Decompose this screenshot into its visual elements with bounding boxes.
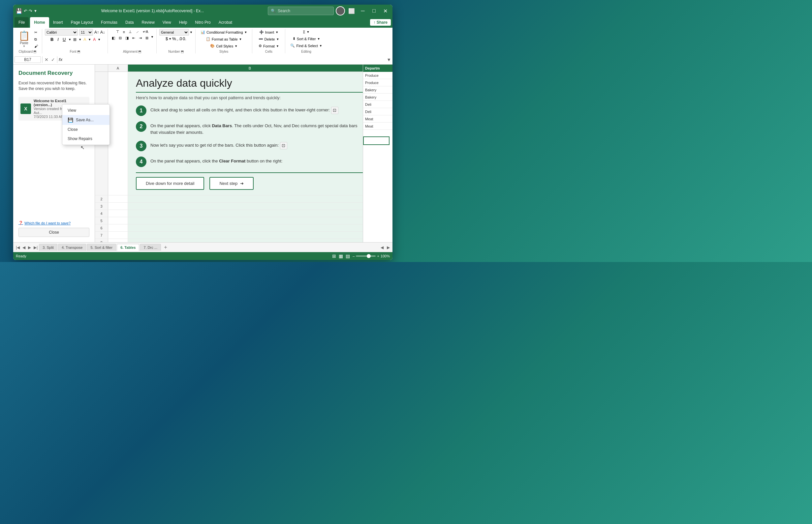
currency-btn[interactable]: $ [165, 36, 168, 41]
number-format-select[interactable]: General [159, 29, 189, 36]
paste-dropdown-arrow[interactable]: ▼ [23, 45, 26, 48]
font-size-select[interactable]: 11 [79, 29, 93, 36]
underline-dropdown[interactable]: ▼ [68, 38, 71, 41]
zoom-in-icon[interactable]: + [377, 254, 379, 258]
decrease-decimal-btn[interactable]: 0. [183, 36, 186, 41]
tab-acrobat[interactable]: Acrobat [215, 17, 236, 28]
name-box[interactable] [15, 56, 41, 63]
align-middle-btn[interactable]: ≡ [122, 29, 126, 35]
angle-text-btn[interactable]: ⟋ [134, 29, 141, 35]
cond-format-dropdown[interactable]: ▼ [244, 31, 248, 34]
context-menu-close[interactable]: Close [62, 125, 110, 134]
maximize-btn[interactable]: □ [369, 6, 379, 16]
next-step-button[interactable]: Next step ➜ [209, 177, 254, 190]
decrease-indent-btn[interactable]: ⇤ [131, 35, 137, 41]
cell-styles-btn[interactable]: 🎨 Cell Styles ▼ [208, 43, 240, 49]
cell-b4[interactable] [128, 210, 363, 217]
conditional-formatting-btn[interactable]: 📊 Conditional Formatting ▼ [198, 29, 250, 35]
quick-analysis-icon-2[interactable]: ⊡ [280, 142, 287, 149]
align-left-btn[interactable]: ◧ [111, 35, 116, 41]
fill-color-btn[interactable]: A [83, 37, 86, 42]
number-format-dropdown[interactable]: ▼ [190, 31, 193, 34]
merge-center-btn[interactable]: ⊞ [144, 35, 150, 41]
percent-btn[interactable]: % [172, 36, 176, 41]
delete-btn[interactable]: ➖ Delete ▼ [256, 36, 282, 42]
tab-formulas[interactable]: Formulas [97, 17, 121, 28]
formula-expand-icon[interactable]: ▼ [386, 57, 391, 62]
data-cell-2[interactable]: Produce [363, 79, 393, 86]
sheet-prev-btn[interactable]: ◀ [21, 245, 27, 250]
merge-dropdown[interactable]: ▼ [151, 35, 154, 41]
confirm-formula-icon[interactable]: ✓ [50, 56, 56, 63]
sort-filter-dropdown[interactable]: ▼ [317, 37, 320, 40]
decrease-font-btn[interactable]: A↓ [100, 30, 105, 35]
context-menu-view[interactable]: View [62, 106, 110, 115]
cell-b6[interactable] [128, 225, 363, 231]
minimize-btn[interactable]: ─ [358, 6, 367, 16]
redo-btn[interactable]: ↷ [29, 9, 32, 14]
align-top-btn[interactable]: ⊤ [115, 29, 121, 35]
tab-page-layout[interactable]: Page Layout [67, 17, 97, 28]
user-avatar[interactable] [336, 6, 345, 16]
tab-home[interactable]: Home [30, 17, 49, 28]
autosum-dropdown[interactable]: ▼ [307, 30, 310, 34]
delete-dropdown[interactable]: ▼ [276, 37, 279, 41]
zoom-slider[interactable] [356, 256, 376, 257]
alignment-expand-icon[interactable]: ⬒ [138, 50, 141, 53]
format-table-dropdown[interactable]: ▼ [239, 37, 242, 41]
tab-data[interactable]: Data [121, 17, 138, 28]
bold-button[interactable]: B [49, 36, 55, 43]
add-sheet-btn[interactable]: ＋ [162, 243, 170, 251]
sheet-next-btn[interactable]: ▶ [27, 245, 32, 250]
data-cell-7[interactable]: Meat [363, 115, 393, 122]
data-cell-5[interactable]: Deli [363, 101, 393, 108]
cut-button[interactable]: ✂ [33, 30, 39, 35]
quick-analysis-icon[interactable]: ⊡ [331, 107, 338, 114]
sheet-tab-6[interactable]: 6. Tables [117, 244, 139, 251]
sheet-tab-4[interactable]: 4. Transpose [58, 244, 86, 251]
doc-recovery-help-link[interactable]: ❓ Which file do I want to save? [18, 221, 90, 225]
format-dropdown[interactable]: ▼ [276, 45, 279, 48]
italic-button[interactable]: I [56, 36, 60, 43]
tab-view[interactable]: View [159, 17, 175, 28]
page-layout-icon[interactable]: ▦ [339, 253, 343, 259]
dive-down-button[interactable]: Dive down for more detail [136, 177, 204, 190]
cell-b3[interactable] [128, 203, 363, 210]
ribbon-toggle-btn[interactable]: ⬜ [347, 6, 356, 16]
cell-b2[interactable] [128, 195, 363, 202]
formula-input[interactable] [64, 58, 385, 62]
paste-button[interactable]: 📋 Paste ▼ [16, 29, 32, 49]
undo-btn[interactable]: ↶ [24, 9, 27, 14]
cell-b7[interactable] [128, 232, 363, 239]
cell-a7[interactable] [108, 232, 128, 239]
sheet-tab-3[interactable]: 3. Split [39, 244, 58, 251]
data-cell-1[interactable]: Produce [363, 72, 393, 79]
close-btn[interactable]: ✕ [381, 6, 390, 16]
cell-a2[interactable] [108, 195, 128, 202]
zoom-out-icon[interactable]: – [353, 254, 354, 258]
align-bottom-btn[interactable]: ⊥ [127, 29, 133, 35]
col-header-a[interactable]: A [108, 65, 128, 71]
cell-a8[interactable] [108, 239, 128, 242]
sheet-scroll-right[interactable]: ▶ [385, 245, 391, 250]
cell-b1[interactable]: Analyze data quickly Here's how to analy… [128, 72, 363, 195]
font-color-dropdown[interactable]: ▼ [98, 38, 100, 41]
sheet-scroll-left[interactable]: ◀ [379, 245, 385, 250]
format-painter-button[interactable]: 🖌 [33, 44, 39, 49]
autosum-btn[interactable]: Σ ▼ [301, 29, 312, 35]
increase-decimal-btn[interactable]: .0 [178, 36, 182, 41]
underline-button[interactable]: U [61, 36, 67, 43]
format-as-table-btn[interactable]: 📋 Format as Table ▼ [204, 36, 244, 42]
data-cell-4[interactable]: Bakery [363, 94, 393, 101]
increase-indent-btn[interactable]: ⇥ [138, 35, 143, 41]
cell-a3[interactable] [108, 203, 128, 210]
align-right-btn[interactable]: ◨ [124, 35, 130, 41]
col-header-b[interactable]: B [128, 65, 363, 71]
currency-dropdown[interactable]: ▼ [169, 37, 172, 40]
data-cell-6[interactable]: Deli [363, 108, 393, 115]
fill-color-dropdown[interactable]: ▼ [88, 38, 91, 41]
tab-file[interactable]: File [15, 17, 29, 28]
align-center-btn[interactable]: ⊟ [117, 35, 123, 41]
comma-btn[interactable]: , [177, 36, 178, 41]
increase-font-btn[interactable]: A↑ [94, 30, 99, 35]
